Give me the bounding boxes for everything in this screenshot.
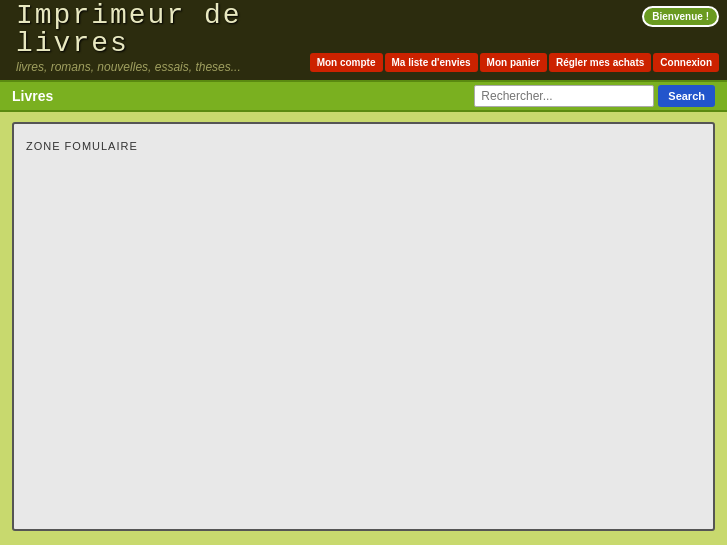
nav-regler-button[interactable]: Régler mes achats — [549, 53, 651, 72]
nav-mon-panier-button[interactable]: Mon panier — [480, 53, 547, 72]
toolbar-title: Livres — [12, 88, 474, 104]
logo-title: Imprimeur de livres — [16, 2, 310, 58]
nav-ma-liste-button[interactable]: Ma liste d'envies — [385, 53, 478, 72]
nav-connexion-button[interactable]: Connexion — [653, 53, 719, 72]
logo-area: Imprimeur de livres livres, romans, nouv… — [0, 2, 310, 74]
zone-label: ZONE FOMULAIRE — [26, 140, 138, 152]
logo-subtitle: livres, romans, nouvelles, essais, these… — [16, 60, 310, 74]
header: Imprimeur de livres livres, romans, nouv… — [0, 0, 727, 80]
search-button[interactable]: Search — [658, 85, 715, 107]
nav-buttons: Mon compte Ma liste d'envies Mon panier … — [310, 53, 727, 74]
main-content: ZONE FOMULAIRE — [0, 112, 727, 545]
search-input[interactable] — [474, 85, 654, 107]
nav-mon-compte-button[interactable]: Mon compte — [310, 53, 383, 72]
toolbar: Livres Search — [0, 80, 727, 112]
content-box: ZONE FOMULAIRE — [12, 122, 715, 531]
search-form: Search — [474, 85, 715, 107]
bienvenue-badge: Bienvenue ! — [642, 6, 719, 27]
